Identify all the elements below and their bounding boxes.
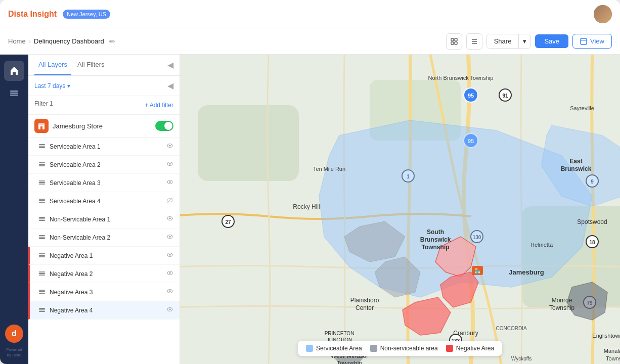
layer-name-label: Non-Servicable Area 2 [50,234,162,241]
filter-time-label: Last 7 days [34,82,65,89]
layer-item[interactable]: Non-Servicable Area 1 [28,210,180,229]
layer-visibility-icon[interactable] [166,160,173,169]
share-button[interactable]: Share [487,34,519,48]
svg-point-38 [169,217,171,219]
svg-rect-13 [40,126,42,129]
svg-text:Helmetta: Helmetta [530,242,553,248]
store-row: Jamesburg Store [28,115,180,138]
layer-item[interactable]: Negative Area 1 [28,247,180,265]
svg-point-43 [169,236,171,238]
svg-rect-30 [39,200,45,201]
store-icon [34,119,49,133]
filter-row-collapse[interactable]: ◀ [167,81,173,90]
svg-rect-54 [39,290,45,291]
svg-rect-61 [39,311,45,312]
filter-time-selector[interactable]: Last 7 days ▾ [34,82,70,89]
svg-text:PRINCETON: PRINCETON [325,331,355,336]
svg-text:🏪: 🏪 [474,267,481,274]
svg-rect-44 [39,253,45,254]
layer-name-label: Negative Area 3 [50,289,162,296]
svg-text:Cranbury: Cranbury [453,330,478,337]
layer-name-label: Negative Area 1 [50,252,162,259]
svg-text:Township: Township [337,360,362,364]
svg-rect-2 [451,42,454,44]
top-bar-right [594,5,612,23]
layer-visibility-icon[interactable] [166,288,173,296]
svg-rect-1 [455,38,457,41]
layer-visibility-icon[interactable] [166,269,173,278]
map-area[interactable]: 95 95 1 130 9 18 27 133 79 91 [180,55,620,364]
store-toggle[interactable] [155,121,173,131]
svg-rect-40 [39,237,45,238]
layer-visibility-icon[interactable] [166,251,173,260]
legend-negative-dot [446,345,453,352]
view-button[interactable]: View [572,34,612,49]
svg-rect-60 [39,309,45,310]
layer-visibility-icon[interactable] [166,215,173,223]
layer-name-label: Negative Area 4 [50,307,162,314]
svg-rect-14 [39,144,45,145]
svg-rect-3 [455,42,457,44]
legend-serviceable-label: Serviceable Area [316,345,362,352]
layer-item[interactable]: Serviceable Area 4 [28,192,180,210]
layer-item[interactable]: Serviceable Area 3 [28,174,180,192]
svg-rect-34 [39,217,45,218]
layer-item[interactable]: Negative Area 2 [28,265,180,283]
breadcrumb-separator: › [29,37,31,45]
dista-logo: d [5,325,23,343]
sidebar-item-layers[interactable] [4,83,24,103]
layer-name-label: Serviceable Area 4 [50,198,162,205]
layer-item[interactable]: Serviceable Area 1 [28,138,180,156]
svg-rect-49 [39,271,45,272]
sidebar-bottom: d Poweredby Dista [5,325,23,358]
breadcrumb-current: Delinquency Dashboard [34,37,104,45]
layer-visibility-icon[interactable] [166,142,173,151]
svg-text:27: 27 [225,219,231,225]
filter-section: Filter 1 + Add filter [28,96,180,115]
tab-all-filters[interactable]: All Filters [73,55,108,75]
layer-item[interactable]: Negative Area 3 [28,283,180,301]
add-filter-button[interactable]: + Add filter [145,102,173,109]
svg-rect-10 [10,93,18,94]
layer-type-icon [38,269,46,278]
map-view-icon-btn[interactable] [446,33,462,50]
layer-item[interactable]: Non-Servicable Area 2 [28,229,180,247]
layer-item[interactable]: Negative Area 4 [28,301,180,320]
svg-rect-25 [39,182,45,183]
filter-number-label: Filter 1 [34,100,53,107]
list-view-icon-btn[interactable] [466,33,482,50]
layer-visibility-icon[interactable] [166,197,173,205]
view-icon [580,38,587,45]
layer-item[interactable]: Serviceable Area 2 [28,156,180,174]
layer-name-label: Serviceable Area 2 [50,161,162,168]
avatar[interactable] [594,5,612,23]
layer-visibility-icon[interactable] [166,178,173,187]
layer-name-label: Negative Area 2 [50,270,162,278]
svg-text:CONCORDIA: CONCORDIA [496,326,526,331]
share-dropdown-button[interactable]: ▾ [519,34,530,48]
tab-all-layers[interactable]: All Layers [34,55,71,75]
save-button[interactable]: Save [535,34,568,48]
view-label: View [590,37,604,45]
svg-text:18: 18 [589,240,595,245]
sidebar: d Poweredby Dista [0,55,28,364]
svg-text:Manalapan: Manalapan [604,348,620,354]
svg-rect-15 [39,146,45,147]
map-icon [450,37,458,46]
layer-visibility-icon[interactable] [166,233,173,242]
svg-text:Wyckoffs: Wyckoffs [511,356,532,361]
panel-collapse-button[interactable]: ◀ [167,60,173,70]
list-icon [470,37,478,46]
legend-nonserviceable-dot [370,345,377,352]
svg-point-53 [169,272,171,274]
svg-text:Englishtown: Englishtown [592,333,620,339]
layer-name-label: Non-Servicable Area 1 [50,216,162,223]
layers-icon [9,88,19,98]
main-content: d Poweredby Dista All Layers All Filters… [0,55,620,364]
edit-dashboard-icon[interactable]: ✏ [109,37,115,46]
layer-visibility-icon[interactable] [166,306,173,314]
toggle-knob [164,122,172,130]
sidebar-item-home[interactable] [4,61,24,81]
breadcrumb-home[interactable]: Home [8,37,26,45]
svg-rect-21 [39,165,45,166]
